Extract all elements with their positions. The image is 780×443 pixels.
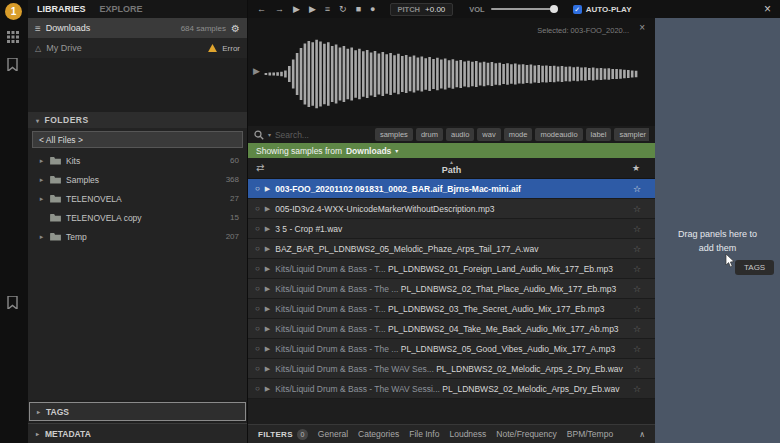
close-icon[interactable]: × xyxy=(639,23,645,33)
queue-icon[interactable]: ≡ xyxy=(325,5,330,14)
row-play-icon[interactable]: ▶ xyxy=(265,385,270,393)
autoplay-toggle[interactable]: ✓ AUTO-PLAY xyxy=(573,5,632,14)
table-row[interactable]: ○ ▶ Kits/Liquid Drum & Bass - T... PL_LD… xyxy=(248,259,655,279)
waveform-display[interactable] xyxy=(264,38,638,110)
filters-label[interactable]: FILTERS xyxy=(258,430,293,439)
folder-row[interactable]: TELENOVELA copy 15 xyxy=(28,208,247,227)
pitch-control[interactable]: PITCH +0.00 xyxy=(390,3,454,16)
select-circle-icon[interactable]: ○ xyxy=(255,184,260,193)
autoplay-checkbox[interactable]: ✓ xyxy=(573,5,582,14)
table-row[interactable]: ○ ▶ Kits/Liquid Drum & Bass - The ... PL… xyxy=(248,279,655,299)
forward-icon[interactable]: → xyxy=(275,5,284,14)
expand-arrow-icon[interactable]: ▸ xyxy=(38,233,45,241)
all-files-item[interactable]: < All Files > xyxy=(32,131,243,148)
bookmark-add-icon[interactable] xyxy=(7,296,18,312)
library-item-my-drive[interactable]: △ My Drive Error xyxy=(28,38,247,58)
select-circle-icon[interactable]: ○ xyxy=(255,304,260,313)
notification-badge[interactable]: 1 xyxy=(5,3,22,20)
gear-icon[interactable]: ⚙ xyxy=(231,23,240,34)
select-circle-icon[interactable]: ○ xyxy=(255,384,260,393)
waveform-play-icon[interactable]: ▶ xyxy=(253,66,260,76)
row-play-icon[interactable]: ▶ xyxy=(265,365,270,373)
favorite-star-icon[interactable]: ☆ xyxy=(633,184,641,194)
search-input[interactable] xyxy=(275,130,367,140)
select-circle-icon[interactable]: ○ xyxy=(255,324,260,333)
tags-panel-header[interactable]: ▸ TAGS xyxy=(29,402,246,421)
search-suggestion-chip[interactable]: mode xyxy=(504,128,533,141)
search-icon[interactable] xyxy=(254,130,264,140)
row-play-icon[interactable]: ▶ xyxy=(265,345,270,353)
close-icon[interactable]: × xyxy=(764,3,771,15)
library-item-downloads[interactable]: ≡ Downloads 684 samples ⚙ xyxy=(28,18,247,38)
row-play-icon[interactable]: ▶ xyxy=(265,305,270,313)
row-play-icon[interactable]: ▶ xyxy=(265,265,270,273)
favorite-star-icon[interactable]: ☆ xyxy=(633,244,641,254)
favorite-star-icon[interactable]: ☆ xyxy=(633,344,641,354)
table-row[interactable]: ○ ▶ Kits/Liquid Drum & Bass - T... PL_LD… xyxy=(248,299,655,319)
filter-tab[interactable]: General xyxy=(318,429,348,439)
search-suggestion-chip[interactable]: modeaudio xyxy=(535,128,582,141)
favorite-star-icon[interactable]: ☆ xyxy=(633,224,641,234)
tab-explore[interactable]: EXPLORE xyxy=(100,4,143,14)
search-suggestion-chip[interactable]: sampler xyxy=(614,128,649,141)
table-row[interactable]: ○ ▶ Kits/Liquid Drum & Bass - The ... PL… xyxy=(248,339,655,359)
row-play-icon[interactable]: ▶ xyxy=(265,185,270,193)
panel-drop-zone[interactable]: Drag panels here to add them TAGS xyxy=(655,18,780,443)
folder-row[interactable]: ▸ TELENOVELA 27 xyxy=(28,189,247,208)
filter-tab[interactable]: BPM/Tempo xyxy=(567,429,613,439)
folders-header[interactable]: ▾ FOLDERS xyxy=(28,112,247,128)
folder-row[interactable]: ▸ Samples 368 xyxy=(28,170,247,189)
table-row[interactable]: ○ ▶ 003-FOO_20201102 091831_0002_BAR.aif… xyxy=(248,179,655,199)
favorites-column-icon[interactable]: ★ xyxy=(632,163,640,173)
search-suggestion-chip[interactable]: drum xyxy=(416,128,443,141)
chevron-down-icon[interactable]: ▾ xyxy=(395,147,398,154)
table-row[interactable]: ○ ▶ 3 5 - Crop #1.wav ☆ xyxy=(248,219,655,239)
expand-arrow-icon[interactable]: ▸ xyxy=(38,176,45,184)
row-play-icon[interactable]: ▶ xyxy=(265,225,270,233)
expand-arrow-icon[interactable]: ▸ xyxy=(38,195,45,203)
folder-row[interactable]: ▸ Kits 60 xyxy=(28,151,247,170)
grid-icon[interactable] xyxy=(7,30,19,46)
row-play-icon[interactable]: ▶ xyxy=(265,205,270,213)
loop-icon[interactable]: ↻ xyxy=(339,5,347,14)
favorite-star-icon[interactable]: ☆ xyxy=(633,204,641,214)
hamburger-icon[interactable]: ≡ xyxy=(35,23,41,34)
path-column-header[interactable]: ▲ Path xyxy=(248,160,655,175)
select-circle-icon[interactable]: ○ xyxy=(255,204,260,213)
favorite-star-icon[interactable]: ☆ xyxy=(633,284,641,294)
row-play-icon[interactable]: ▶ xyxy=(265,325,270,333)
select-circle-icon[interactable]: ○ xyxy=(255,284,260,293)
collapse-chevron-icon[interactable]: ∧ xyxy=(639,430,645,439)
row-play-icon[interactable]: ▶ xyxy=(265,245,270,253)
filter-tab[interactable]: Loudness xyxy=(449,429,486,439)
select-circle-icon[interactable]: ○ xyxy=(255,264,260,273)
stop-icon[interactable]: ■ xyxy=(356,5,361,14)
folder-row[interactable]: ▸ Temp 207 xyxy=(28,227,247,246)
favorite-star-icon[interactable]: ☆ xyxy=(633,364,641,374)
table-row[interactable]: ○ ▶ 005-ID3v2.4-WXX-UnicodeMarkerWithout… xyxy=(248,199,655,219)
play-next-icon[interactable]: ▶ xyxy=(309,5,316,14)
search-suggestion-chip[interactable]: samples xyxy=(375,128,413,141)
select-circle-icon[interactable]: ○ xyxy=(255,344,260,353)
favorite-star-icon[interactable]: ☆ xyxy=(633,384,641,394)
search-suggestion-chip[interactable]: audio xyxy=(446,128,474,141)
play-icon[interactable]: ▶ xyxy=(293,5,300,14)
bookmark-icon[interactable] xyxy=(7,58,18,74)
search-suggestion-chip[interactable]: label xyxy=(586,128,612,141)
status-source[interactable]: Downloads xyxy=(346,146,391,156)
record-icon[interactable]: ● xyxy=(370,5,375,14)
row-play-icon[interactable]: ▶ xyxy=(265,285,270,293)
volume-slider-knob[interactable] xyxy=(550,5,558,13)
favorite-star-icon[interactable]: ☆ xyxy=(633,304,641,314)
favorite-star-icon[interactable]: ☆ xyxy=(633,324,641,334)
filter-tab[interactable]: Categories xyxy=(358,429,399,439)
favorite-star-icon[interactable]: ☆ xyxy=(633,264,641,274)
metadata-panel-header[interactable]: ▸ METADATA xyxy=(28,423,247,443)
table-row[interactable]: ○ ▶ Kits/Liquid Drum & Bass - T... PL_LD… xyxy=(248,319,655,339)
filter-tab[interactable]: Note/Frequency xyxy=(496,429,556,439)
table-row[interactable]: ○ ▶ Kits/Liquid Drum & Bass - The WAV Se… xyxy=(248,379,655,399)
search-suggestion-chip[interactable]: wav xyxy=(477,128,500,141)
back-icon[interactable]: ← xyxy=(257,5,266,14)
select-circle-icon[interactable]: ○ xyxy=(255,364,260,373)
chevron-down-icon[interactable]: ▾ xyxy=(268,131,271,138)
